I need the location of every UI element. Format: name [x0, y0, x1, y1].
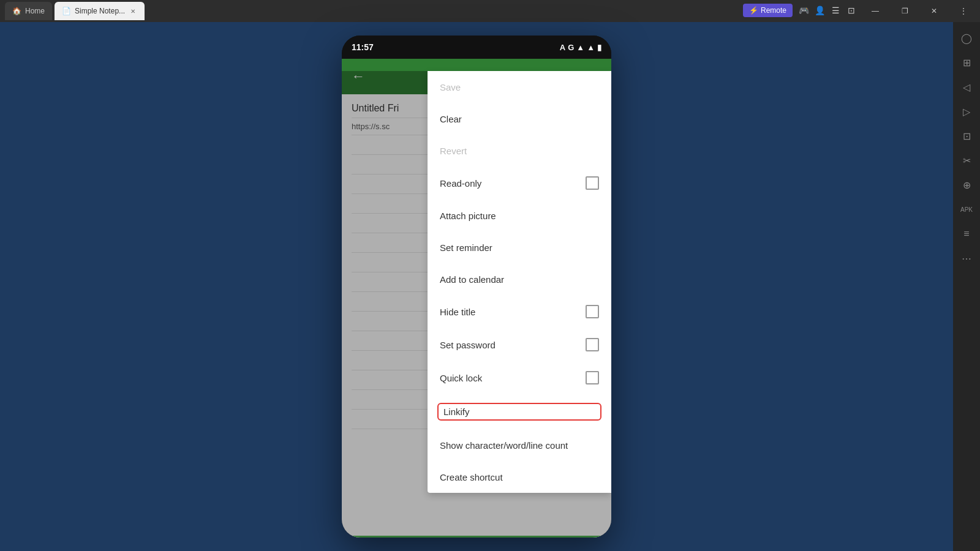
- status-bar: 11:57 A G ▲ ▲ ▮: [342, 36, 611, 59]
- menu-item-add-calendar[interactable]: Add to calendar: [428, 263, 611, 295]
- menu-item-save[interactable]: Save: [428, 71, 611, 103]
- right-sidebar: ◯ ⊞ ◁ ▷ ⊡ ✂ ⊕ APK ≡ ⋯: [953, 22, 980, 551]
- password-checkbox[interactable]: [586, 338, 599, 351]
- menu-reminder-label: Set reminder: [440, 242, 492, 253]
- window-icon[interactable]: ⊡: [845, 4, 858, 17]
- linkify-highlight-box: Linkify: [437, 403, 601, 421]
- signal-bars-icon: ▲: [587, 43, 595, 52]
- dropdown-overlay[interactable]: Save Clear Revert Read-only Attach pi: [342, 71, 611, 538]
- battery-icon: ▮: [597, 43, 601, 52]
- controller-icon[interactable]: 🎮: [797, 4, 810, 17]
- menu-item-set-reminder[interactable]: Set reminder: [428, 231, 611, 263]
- screenshot-icon[interactable]: ⊡: [956, 125, 978, 147]
- menu-item-revert[interactable]: Revert: [428, 135, 611, 167]
- apk-icon[interactable]: APK: [956, 198, 978, 220]
- remote-button[interactable]: ⚡ Remote: [743, 4, 793, 17]
- home-tab-icon: 🏠: [12, 7, 21, 15]
- notepad-tab-label: Simple Notep...: [75, 7, 125, 15]
- menu-item-linkify[interactable]: Linkify: [428, 394, 611, 429]
- remote-icon: ⚡: [749, 6, 758, 15]
- hide-title-checkbox[interactable]: [586, 305, 599, 318]
- menu-readonly-label: Read-only: [440, 178, 481, 189]
- menu-count-label: Show character/word/line count: [440, 440, 568, 451]
- notepad-tab-icon: 📄: [62, 7, 71, 15]
- status-icons: A G ▲ ▲ ▮: [560, 43, 601, 52]
- menu-item-hide-title[interactable]: Hide title: [428, 295, 611, 328]
- sidebar-toggle-button[interactable]: ⋮: [949, 0, 978, 22]
- home-tab-label: Home: [25, 7, 45, 15]
- menu-attach-label: Attach picture: [440, 211, 496, 221]
- user-icon[interactable]: 👤: [813, 4, 826, 17]
- remote-area: ⚡ Remote 🎮 👤 ☰ ⊡: [743, 4, 858, 17]
- browser-bar: 🏠 Home 📄 Simple Notep... ✕ ⚡ Remote 🎮 👤 …: [0, 0, 980, 22]
- menu-linkify-label: Linkify: [443, 407, 470, 417]
- circle-icon[interactable]: ◯: [956, 27, 978, 49]
- menu-save-label: Save: [440, 82, 461, 92]
- volume-high-icon[interactable]: ▷: [956, 100, 978, 122]
- tab-notepad[interactable]: 📄 Simple Notep... ✕: [55, 2, 145, 20]
- menu-revert-label: Revert: [440, 146, 467, 156]
- tab-close-button[interactable]: ✕: [129, 7, 137, 15]
- status-time: 11:57: [352, 42, 374, 52]
- grid-icon[interactable]: ⊞: [956, 51, 978, 73]
- toolbar-icons: 🎮 👤 ☰ ⊡: [797, 4, 858, 17]
- menu-shortcut-label: Create shortcut: [440, 472, 503, 482]
- menu-password-label: Set password: [440, 340, 496, 350]
- close-button[interactable]: ✕: [920, 0, 948, 22]
- cut-icon[interactable]: ✂: [956, 149, 978, 171]
- menu-item-show-count[interactable]: Show character/word/line count: [428, 429, 611, 461]
- menu-item-set-password[interactable]: Set password: [428, 328, 611, 361]
- menu-item-clear[interactable]: Clear: [428, 103, 611, 135]
- notification-icon: A: [560, 43, 565, 52]
- wifi-icon: ▲: [576, 43, 584, 52]
- menu-clear-label: Clear: [440, 114, 462, 124]
- align-icon[interactable]: ≡: [956, 223, 978, 245]
- menu-item-attach-picture[interactable]: Attach picture: [428, 200, 611, 231]
- import-icon[interactable]: ⊕: [956, 174, 978, 196]
- signal-icon: G: [568, 43, 574, 52]
- main-content: 11:57 A G ▲ ▲ ▮ ← Untitled Fri https://s…: [0, 22, 953, 551]
- restore-button[interactable]: ❐: [891, 0, 919, 22]
- menu-item-readonly[interactable]: Read-only: [428, 167, 611, 200]
- menu-item-quick-lock[interactable]: Quick lock: [428, 361, 611, 394]
- menu-quicklock-label: Quick lock: [440, 373, 482, 383]
- minimize-button[interactable]: —: [861, 0, 889, 22]
- window-controls: — ❐ ✕ ⋮: [861, 0, 980, 22]
- dropdown-menu: Save Clear Revert Read-only Attach pi: [428, 71, 611, 493]
- volume-low-icon[interactable]: ◁: [956, 76, 978, 98]
- menu-hide-title-label: Hide title: [440, 307, 475, 317]
- menu-calendar-label: Add to calendar: [440, 274, 504, 285]
- remote-label: Remote: [761, 6, 786, 15]
- menu-item-create-shortcut[interactable]: Create shortcut: [428, 461, 611, 493]
- quicklock-checkbox[interactable]: [586, 371, 599, 384]
- readonly-checkbox[interactable]: [586, 176, 599, 190]
- menu-icon[interactable]: ☰: [829, 4, 842, 17]
- tab-home[interactable]: 🏠 Home: [5, 2, 52, 20]
- dots-more-icon[interactable]: ⋯: [956, 247, 978, 269]
- phone-frame: 11:57 A G ▲ ▲ ▮ ← Untitled Fri https://s…: [342, 36, 611, 538]
